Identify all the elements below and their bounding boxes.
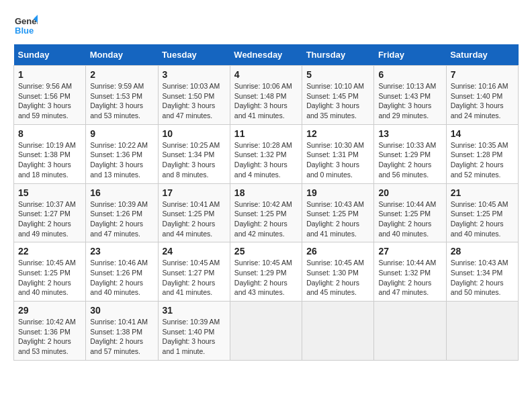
calendar-cell: 29Sunrise: 10:42 AMSunset: 1:36 PMDaylig… bbox=[14, 302, 86, 361]
calendar-row: 8Sunrise: 10:19 AMSunset: 1:38 PMDayligh… bbox=[14, 124, 519, 183]
day-number: 14 bbox=[451, 128, 514, 139]
calendar-header-monday: Monday bbox=[86, 44, 158, 66]
day-info: Sunrise: 10:41 AMSunset: 1:25 PMDaylight… bbox=[163, 199, 226, 239]
day-number: 10 bbox=[163, 128, 226, 139]
day-number: 2 bbox=[90, 69, 153, 80]
calendar-cell: 25Sunrise: 10:45 AMSunset: 1:29 PMDaylig… bbox=[230, 242, 302, 302]
calendar-cell: 17Sunrise: 10:41 AMSunset: 1:25 PMDaylig… bbox=[158, 183, 230, 242]
day-info: Sunrise: 10:28 AMSunset: 1:32 PMDaylight… bbox=[234, 140, 298, 180]
logo-icon: General Blue bbox=[13, 13, 38, 38]
day-number: 6 bbox=[378, 69, 441, 80]
calendar-cell: 31Sunrise: 10:39 AMSunset: 1:40 PMDaylig… bbox=[158, 302, 230, 361]
calendar-cell: 15Sunrise: 10:37 AMSunset: 1:27 PMDaylig… bbox=[14, 183, 86, 242]
day-info: Sunrise: 9:56 AMSunset: 1:56 PMDaylight:… bbox=[18, 81, 81, 121]
calendar-cell bbox=[302, 302, 374, 361]
calendar-row: 22Sunrise: 10:45 AMSunset: 1:25 PMDaylig… bbox=[14, 242, 519, 302]
day-info: Sunrise: 10:30 AMSunset: 1:31 PMDaylight… bbox=[306, 140, 369, 180]
day-number: 19 bbox=[306, 187, 369, 198]
day-number: 26 bbox=[306, 246, 369, 257]
day-info: Sunrise: 10:06 AMSunset: 1:48 PMDaylight… bbox=[234, 81, 298, 121]
calendar-cell: 2Sunrise: 9:59 AMSunset: 1:53 PMDaylight… bbox=[86, 66, 158, 125]
calendar-cell: 24Sunrise: 10:45 AMSunset: 1:27 PMDaylig… bbox=[158, 242, 230, 302]
day-number: 31 bbox=[163, 305, 226, 316]
day-number: 5 bbox=[306, 69, 369, 80]
day-info: Sunrise: 10:35 AMSunset: 1:28 PMDaylight… bbox=[451, 140, 514, 180]
day-number: 17 bbox=[163, 187, 226, 198]
day-number: 28 bbox=[451, 246, 514, 257]
calendar-cell bbox=[446, 302, 518, 361]
day-info: Sunrise: 10:45 AMSunset: 1:27 PMDaylight… bbox=[163, 258, 226, 298]
day-info: Sunrise: 10:43 AMSunset: 1:25 PMDaylight… bbox=[306, 199, 369, 239]
calendar-cell: 10Sunrise: 10:25 AMSunset: 1:34 PMDaylig… bbox=[158, 124, 230, 183]
calendar-cell: 30Sunrise: 10:41 AMSunset: 1:38 PMDaylig… bbox=[86, 302, 158, 361]
day-info: Sunrise: 10:44 AMSunset: 1:32 PMDaylight… bbox=[378, 258, 441, 298]
svg-text:Blue: Blue bbox=[15, 26, 34, 36]
day-info: Sunrise: 10:25 AMSunset: 1:34 PMDaylight… bbox=[163, 140, 226, 180]
calendar-header-wednesday: Wednesday bbox=[230, 44, 302, 66]
calendar-cell: 23Sunrise: 10:46 AMSunset: 1:26 PMDaylig… bbox=[86, 242, 158, 302]
day-number: 4 bbox=[234, 69, 298, 80]
calendar-header-row: SundayMondayTuesdayWednesdayThursdayFrid… bbox=[14, 44, 519, 66]
calendar-row: 1Sunrise: 9:56 AMSunset: 1:56 PMDaylight… bbox=[14, 66, 519, 125]
day-number: 11 bbox=[234, 128, 298, 139]
calendar-cell: 28Sunrise: 10:43 AMSunset: 1:34 PMDaylig… bbox=[446, 242, 518, 302]
day-number: 25 bbox=[234, 246, 298, 257]
calendar-cell bbox=[230, 302, 302, 361]
calendar-cell: 9Sunrise: 10:22 AMSunset: 1:36 PMDayligh… bbox=[86, 124, 158, 183]
calendar-cell: 18Sunrise: 10:42 AMSunset: 1:25 PMDaylig… bbox=[230, 183, 302, 242]
calendar-cell: 27Sunrise: 10:44 AMSunset: 1:32 PMDaylig… bbox=[374, 242, 446, 302]
calendar-header-thursday: Thursday bbox=[302, 44, 374, 66]
day-info: Sunrise: 10:46 AMSunset: 1:26 PMDaylight… bbox=[90, 258, 153, 298]
logo: General Blue bbox=[13, 13, 40, 38]
day-info: Sunrise: 10:10 AMSunset: 1:45 PMDaylight… bbox=[306, 81, 369, 121]
calendar-header-tuesday: Tuesday bbox=[158, 44, 230, 66]
calendar-cell: 20Sunrise: 10:44 AMSunset: 1:25 PMDaylig… bbox=[374, 183, 446, 242]
day-info: Sunrise: 10:19 AMSunset: 1:38 PMDaylight… bbox=[18, 140, 81, 180]
day-number: 23 bbox=[90, 246, 153, 257]
day-number: 13 bbox=[378, 128, 441, 139]
day-info: Sunrise: 10:03 AMSunset: 1:50 PMDaylight… bbox=[163, 81, 226, 121]
calendar-header-saturday: Saturday bbox=[446, 44, 518, 66]
day-info: Sunrise: 10:22 AMSunset: 1:36 PMDaylight… bbox=[90, 140, 153, 180]
day-info: Sunrise: 10:37 AMSunset: 1:27 PMDaylight… bbox=[18, 199, 81, 239]
calendar-cell: 26Sunrise: 10:45 AMSunset: 1:30 PMDaylig… bbox=[302, 242, 374, 302]
day-info: Sunrise: 10:33 AMSunset: 1:29 PMDaylight… bbox=[378, 140, 441, 180]
calendar-header-friday: Friday bbox=[374, 44, 446, 66]
day-number: 16 bbox=[90, 187, 153, 198]
calendar-cell: 12Sunrise: 10:30 AMSunset: 1:31 PMDaylig… bbox=[302, 124, 374, 183]
day-number: 15 bbox=[18, 187, 81, 198]
day-number: 30 bbox=[90, 305, 153, 316]
calendar-cell: 21Sunrise: 10:45 AMSunset: 1:25 PMDaylig… bbox=[446, 183, 518, 242]
calendar-cell: 22Sunrise: 10:45 AMSunset: 1:25 PMDaylig… bbox=[14, 242, 86, 302]
calendar-header-sunday: Sunday bbox=[14, 44, 86, 66]
day-info: Sunrise: 9:59 AMSunset: 1:53 PMDaylight:… bbox=[90, 81, 153, 121]
day-number: 3 bbox=[163, 69, 226, 80]
day-number: 22 bbox=[18, 246, 81, 257]
day-number: 8 bbox=[18, 128, 81, 139]
day-number: 18 bbox=[234, 187, 298, 198]
day-info: Sunrise: 10:45 AMSunset: 1:25 PMDaylight… bbox=[451, 199, 514, 239]
day-number: 12 bbox=[306, 128, 369, 139]
calendar-cell: 19Sunrise: 10:43 AMSunset: 1:25 PMDaylig… bbox=[302, 183, 374, 242]
svg-text:General: General bbox=[15, 16, 38, 26]
day-number: 20 bbox=[378, 187, 441, 198]
day-info: Sunrise: 10:41 AMSunset: 1:38 PMDaylight… bbox=[90, 317, 153, 357]
day-info: Sunrise: 10:39 AMSunset: 1:26 PMDaylight… bbox=[90, 199, 153, 239]
calendar-cell: 6Sunrise: 10:13 AMSunset: 1:43 PMDayligh… bbox=[374, 66, 446, 125]
day-info: Sunrise: 10:16 AMSunset: 1:40 PMDaylight… bbox=[451, 81, 514, 121]
page-header: General Blue bbox=[13, 13, 519, 38]
day-number: 9 bbox=[90, 128, 153, 139]
day-info: Sunrise: 10:13 AMSunset: 1:43 PMDaylight… bbox=[378, 81, 441, 121]
day-number: 24 bbox=[163, 246, 226, 257]
day-number: 29 bbox=[18, 305, 81, 316]
calendar-row: 15Sunrise: 10:37 AMSunset: 1:27 PMDaylig… bbox=[14, 183, 519, 242]
calendar-cell: 16Sunrise: 10:39 AMSunset: 1:26 PMDaylig… bbox=[86, 183, 158, 242]
day-info: Sunrise: 10:42 AMSunset: 1:36 PMDaylight… bbox=[18, 317, 81, 357]
day-number: 1 bbox=[18, 69, 81, 80]
calendar-cell: 3Sunrise: 10:03 AMSunset: 1:50 PMDayligh… bbox=[158, 66, 230, 125]
calendar-cell bbox=[374, 302, 446, 361]
day-info: Sunrise: 10:42 AMSunset: 1:25 PMDaylight… bbox=[234, 199, 298, 239]
day-info: Sunrise: 10:39 AMSunset: 1:40 PMDaylight… bbox=[163, 317, 226, 357]
calendar-cell: 1Sunrise: 9:56 AMSunset: 1:56 PMDaylight… bbox=[14, 66, 86, 125]
calendar-cell: 5Sunrise: 10:10 AMSunset: 1:45 PMDayligh… bbox=[302, 66, 374, 125]
